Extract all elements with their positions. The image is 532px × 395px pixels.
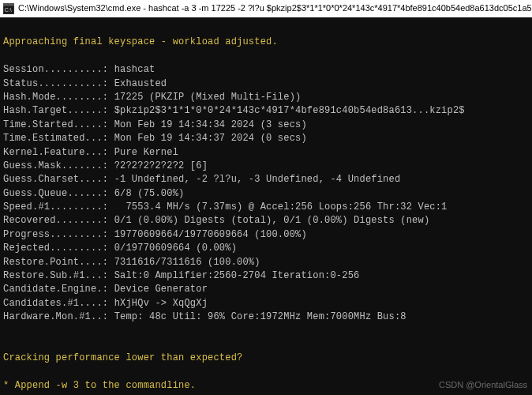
status-value: Temp: 48c Util: 96% Core:1972MHz Mem:700…	[114, 311, 406, 322]
window-titlebar[interactable]: C:\ C:\Windows\System32\cmd.exe - hashca…	[0, 0, 532, 17]
status-label: Recovered........:	[3, 215, 114, 226]
banner-line: Approaching final keyspace - workload ad…	[3, 36, 278, 47]
status-value: 0/19770609664 (0.00%)	[114, 243, 237, 254]
svg-text:C:\: C:\	[5, 7, 12, 13]
status-value: ?2?2?2?2?2?2 [6]	[114, 160, 208, 171]
status-label: Restore.Sub.#1...:	[3, 270, 114, 281]
status-label: Progress.........:	[3, 229, 114, 240]
status-label: Candidates.#1....:	[3, 298, 114, 309]
status-label: Time.Started.....:	[3, 119, 114, 130]
watermark: CSDN @OrientalGlass	[439, 379, 527, 392]
status-label: Guess.Mask.......:	[3, 160, 114, 171]
status-value: Pure Kernel	[114, 147, 178, 158]
status-value: 17225 (PKZIP (Mixed Multi-File))	[114, 92, 302, 103]
status-value: hashcat	[114, 64, 155, 75]
svg-rect-1	[3, 3, 14, 6]
status-label: Guess.Queue......:	[3, 188, 114, 199]
status-label: Guess.Charset....:	[3, 174, 114, 185]
status-value: Salt:0 Amplifier:2560-2704 Iteration:0-2…	[114, 270, 360, 281]
status-value: 6/8 (75.00%)	[114, 188, 185, 199]
status-label: Status...........:	[3, 78, 114, 89]
status-label: Candidate.Engine.:	[3, 284, 114, 295]
status-value: 0/1 (0.00%) Digests (total), 0/1 (0.00%)…	[114, 215, 430, 226]
status-value: -1 Undefined, -2 ?l?u, -3 Undefined, -4 …	[114, 174, 401, 185]
status-value: 19770609664/19770609664 (100.00%)	[114, 229, 307, 240]
hint-header: Cracking performance lower than expected…	[3, 352, 242, 363]
status-label: Hash.Target......:	[3, 105, 114, 116]
hint-bullet: * Append -w 3 to the commandline.	[3, 380, 196, 391]
status-value: Mon Feb 19 14:34:37 2024 (0 secs)	[114, 133, 307, 144]
status-value: Exhausted	[114, 78, 167, 89]
status-label: Time.Estimated...:	[3, 133, 114, 144]
status-label: Session..........:	[3, 64, 114, 75]
status-label: Kernel.Feature...:	[3, 147, 114, 158]
status-value: Mon Feb 19 14:34:34 2024 (3 secs)	[114, 119, 307, 130]
terminal-output: Approaching final keyspace - workload ad…	[0, 17, 532, 395]
cmd-icon: C:\	[3, 3, 14, 14]
status-value: $pkzip2$3*1*1*0*0*24*143c*4917*4bfe891c4…	[114, 105, 465, 116]
status-value: 7553.4 MH/s (7.37ms) @ Accel:256 Loops:2…	[114, 201, 448, 213]
window-title: C:\Windows\System32\cmd.exe - hashcat -a…	[18, 2, 532, 15]
status-label: Restore.Point....:	[3, 257, 114, 268]
status-value: 7311616/7311616 (100.00%)	[114, 257, 260, 268]
status-label: Speed.#1.........:	[3, 201, 114, 213]
status-label: Hash.Mode........:	[3, 92, 114, 103]
status-value: Device Generator	[114, 284, 208, 295]
status-value: hXjHQv -> XqQgXj	[114, 298, 208, 309]
status-label: Rejected.........:	[3, 243, 114, 254]
status-label: Hardware.Mon.#1..:	[3, 311, 114, 322]
status-block: Session..........: hashcat Status.......…	[3, 63, 529, 324]
